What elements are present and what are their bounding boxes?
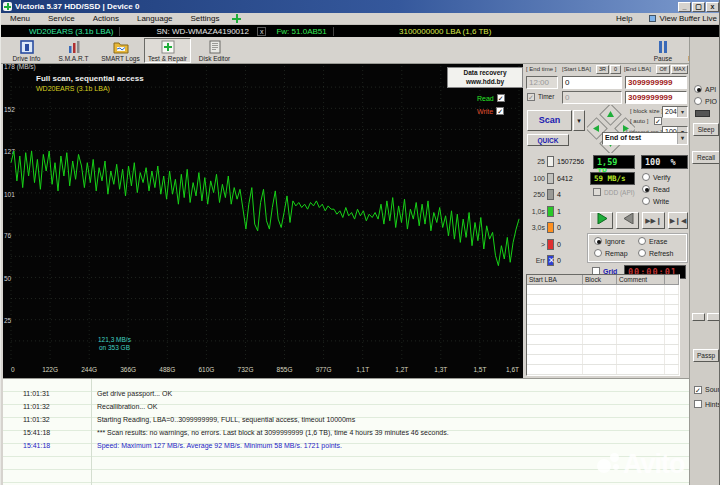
end-time-input[interactable]: 12:00 <box>526 76 558 89</box>
svg-text:1,6T: 1,6T <box>506 366 519 373</box>
percent-lcd: 100 % <box>641 155 688 169</box>
menu-item-help[interactable]: Help <box>607 14 641 23</box>
device-model[interactable]: WD20EARS (3.1b LBA) <box>29 27 113 36</box>
scan-dropdown-button[interactable]: ▾ <box>573 110 585 131</box>
victoria-window: Victoria 5.37 HDD/SSD | Device 0 _ ▢ x M… <box>0 0 720 485</box>
end-lba-input[interactable]: 3099999999 <box>625 76 687 89</box>
log-row[interactable]: 11:01:32Recallibration... OK <box>3 401 689 414</box>
start-lba-zero-button[interactable]: 0 <box>610 65 621 74</box>
device-bar: WD20EARS (3.1b LBA) SN: WD-WMAZA4190012 … <box>1 25 720 37</box>
defect-col-block[interactable]: Block <box>583 275 617 284</box>
svg-text:1,5T: 1,5T <box>473 366 486 373</box>
write-radio[interactable]: Write <box>642 197 669 205</box>
cursor-annotation: 121,3 MB/s on 353 GB <box>98 336 131 352</box>
read-radio[interactable]: Read <box>642 185 670 193</box>
svg-text:1,3T: 1,3T <box>434 366 447 373</box>
speed-lcd: 59 MB/s <box>590 172 635 185</box>
maximize-button[interactable]: ▢ <box>692 2 705 12</box>
disk-editor-button[interactable]: Disk Editor <box>191 38 238 63</box>
start-lba-input[interactable]: 0 <box>562 76 622 89</box>
end-of-test-dropdown[interactable]: End of test▾ <box>602 132 688 145</box>
legend-read-checkbox[interactable]: Read✓ <box>477 94 505 102</box>
scan-button[interactable]: Scan <box>527 110 572 131</box>
defect-col-extra[interactable] <box>665 275 679 284</box>
log-timestamp: 11:01:31 <box>23 390 50 397</box>
log-row[interactable]: 11:01:32Starting Reading, LBA=0..3099999… <box>3 414 689 427</box>
small-button-2[interactable] <box>707 313 720 321</box>
menu-bar: MenuServiceActionsLanguageSettings Help … <box>1 13 720 25</box>
start-lba-3r-button[interactable]: 3R <box>596 65 609 74</box>
ddd-checkbox[interactable]: DDD (API) <box>593 188 635 196</box>
svg-text:244G: 244G <box>81 366 97 373</box>
scan-graph[interactable]: 0122G244G366G488G610G732G855G977G1,1T1,2… <box>3 64 523 378</box>
block-stat-250: 2504 <box>527 189 561 200</box>
log-row[interactable]: 11:01:31Get drive passport... OK <box>3 388 689 401</box>
timer-checkbox[interactable]: ✓Timer <box>527 93 554 101</box>
legend-write-checkbox[interactable]: Write✓ <box>477 107 504 115</box>
passp-button[interactable]: Passp <box>693 349 719 362</box>
refresh-radio[interactable]: Refresh <box>638 249 674 257</box>
sound-checkbox[interactable]: ✓Sound <box>694 386 720 394</box>
quick-button[interactable]: QUICK <box>527 134 569 146</box>
ignore-radio[interactable]: Ignore <box>594 237 625 245</box>
view-buffer-live[interactable]: View Buffer Live <box>649 14 717 23</box>
close-button[interactable]: x <box>706 2 719 12</box>
remap-radio[interactable]: Remap <box>594 249 628 257</box>
defect-col-comment[interactable]: Comment <box>617 275 665 284</box>
menu-item-language[interactable]: Language <box>128 14 182 23</box>
device-x-button[interactable]: x <box>257 27 267 36</box>
pio-radio[interactable]: PIO <box>694 97 717 105</box>
block-size-dropdown[interactable]: 2048▾ <box>662 106 688 118</box>
test-repair-button[interactable]: Test & Repair <box>144 38 191 63</box>
skip-forward-button[interactable]: ▶▶❙ <box>642 212 665 229</box>
recall-button[interactable]: Recall <box>692 151 720 164</box>
device-serial: SN: WD-WMAZA4190012 <box>156 27 248 36</box>
end-lba-max-button[interactable]: MAX <box>671 65 688 74</box>
timer-start-input[interactable]: 0 <box>562 91 622 104</box>
minimize-button[interactable]: _ <box>678 2 691 12</box>
timer-end-input[interactable]: 3099999999 <box>625 91 687 104</box>
defect-table[interactable]: Start LBABlockComment <box>526 274 680 376</box>
defect-col-start-lba[interactable]: Start LBA <box>527 275 583 284</box>
sleep-button[interactable]: Sleep <box>693 123 719 136</box>
drive-info-button[interactable]: Drive Info <box>3 38 50 63</box>
smart-logs-button[interactable]: SMART Logs <box>97 38 144 63</box>
menu-item-actions[interactable]: Actions <box>84 14 128 23</box>
log-message: Recallibration... OK <box>97 403 157 410</box>
hints-checkbox[interactable]: Hints <box>694 400 720 408</box>
defect-table-row <box>527 295 679 305</box>
skip-end-button[interactable]: ▶❙◀ <box>668 212 688 229</box>
svg-text:977G: 977G <box>316 366 332 373</box>
log-message: Speed: Maximum 127 MB/s. Average 92 MB/s… <box>97 442 342 449</box>
svg-text:610G: 610G <box>198 366 214 373</box>
green-plus-icon <box>232 14 241 23</box>
position-lcd: 1,59 TB <box>593 155 635 169</box>
drive-info-icon <box>18 40 36 54</box>
back-button[interactable] <box>616 212 639 229</box>
log-row[interactable]: 15:41:18*** Scan results: no warnings, n… <box>3 427 689 440</box>
menu-item-settings[interactable]: Settings <box>182 14 229 23</box>
menu-item-service[interactable]: Service <box>39 14 84 23</box>
log-row[interactable]: 15:41:18Speed: Maximum 127 MB/s. Average… <box>3 440 689 453</box>
control-panel: [ End time ] [Start LBA] 3R 0 [End LBA] … <box>524 64 689 378</box>
erase-radio[interactable]: Erase <box>638 237 667 245</box>
block-stat-err: Err✕0 <box>527 255 561 266</box>
small-button-1[interactable] <box>692 313 705 321</box>
verify-radio[interactable]: Verify <box>642 173 671 181</box>
start-button[interactable] <box>590 212 613 229</box>
defect-table-row <box>527 355 679 365</box>
smart-icon <box>65 40 83 54</box>
svg-text:0: 0 <box>11 366 15 373</box>
end-lba-off-button[interactable]: Off <box>656 65 670 74</box>
defect-table-row <box>527 365 679 375</box>
menu-item-menu[interactable]: Menu <box>1 14 39 23</box>
auto-checkbox[interactable]: ✓ <box>654 117 662 125</box>
s-m-a-r-t-button[interactable]: S.M.A.R.T <box>50 38 97 63</box>
log-timestamp: 15:41:18 <box>23 429 50 436</box>
api-radio[interactable]: API <box>694 85 716 93</box>
pause-button[interactable]: Pause <box>645 38 681 63</box>
defect-table-row <box>527 325 679 335</box>
log-panel[interactable]: 11:01:31Get drive passport... OK11:01:32… <box>3 378 689 485</box>
block-stat-: >0 <box>527 239 561 250</box>
svg-text:488G: 488G <box>159 366 175 373</box>
